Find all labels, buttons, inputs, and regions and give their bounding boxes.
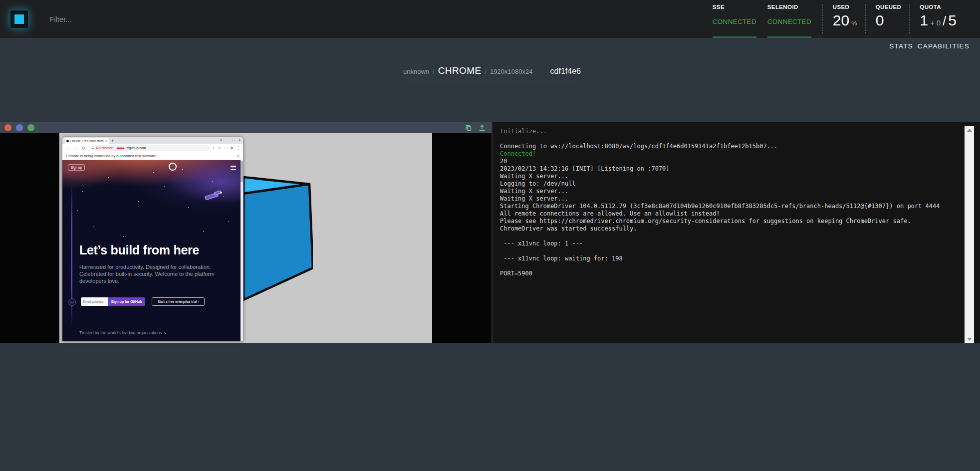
queued-status: QUEUED 0 [866,0,910,38]
quota-pending: 0 [937,18,941,27]
github-footer-text: Trusted by the world’s leading organizat… [79,330,167,335]
used-value: 20 [833,12,849,29]
scroll-down-icon[interactable] [967,338,972,341]
vnc-screen[interactable]: GitHub: Let's build from he × + ∨ − □ × … [59,133,432,343]
queued-label: QUEUED [876,4,902,10]
browser-toolbar: ← → ↻ ▲ Not secure | https ://github.com… [62,144,243,152]
selenoid-value: CONNECTED [767,18,811,25]
used-status: USED 20 % [823,0,865,38]
browser-tab[interactable]: GitHub: Let's build from he × [65,138,109,144]
log-line: Initialize... [500,128,963,135]
quota-total: 5 [948,12,957,29]
session-resolution: 1920x1080x24 [490,68,532,75]
log-line: 20 [500,158,963,165]
not-secure-label: Not secure [96,146,113,150]
url-text: ://github.com [126,146,146,150]
page-scrollbar[interactable] [241,160,243,341]
session-manufacturer: unknown [403,68,429,75]
log-scrollbar[interactable] [965,126,974,343]
log-line: PORT=5900 [500,270,963,277]
automation-infobar: Chrome is being controlled by automated … [62,152,243,160]
nav-stats-link[interactable]: STATS [889,42,913,50]
quota-status: QUOTA 1 + 0 / 5 [910,0,965,38]
reload-icon[interactable]: ↻ [81,146,85,151]
upload-icon[interactable] [479,124,486,131]
github-signup-button[interactable]: Sign up for GitHub [108,297,145,306]
sse-value: CONNECTED [713,18,756,25]
sse-status: SSE CONNECTED [713,0,756,38]
browser-menu-icon[interactable]: ⋮ [237,146,241,150]
used-label: USED [833,4,857,10]
window-dots [4,124,34,131]
address-bar[interactable]: ▲ Not secure | https ://github.com [89,145,211,151]
log-line: 2023/02/13 14:32:16 [INIT] [Listening on… [500,165,963,173]
enterprise-trial-button[interactable]: Start a free enterprise trial › [152,297,205,306]
app-header: SSE CONNECTED SELENOID CONNECTED USED 20… [0,0,980,38]
security-warning-icon: ▲ [92,147,95,150]
address-divider: | [114,146,115,150]
github-logo-icon[interactable] [169,163,177,171]
email-field[interactable]: Email address [81,297,108,306]
filter-input[interactable] [48,14,210,24]
vnc-panel: GitHub: Let's build from he × + ∨ − □ × … [0,122,491,343]
window-menu-icon[interactable]: ∨ [220,138,222,142]
session-log[interactable]: Initialize...Connecting to ws://localhos… [500,128,963,341]
reader-mode-icon[interactable]: □ [225,146,227,150]
log-line: Waiting X server... [500,173,963,180]
profile-icon[interactable]: ● [231,146,233,150]
github-cta-row: Email address Sign up for GitHub Start a… [81,297,205,306]
copy-icon[interactable] [465,124,472,131]
selenoid-status: SELENOID CONNECTED [767,0,811,38]
tab-title: GitHub: Let's build from he [70,139,104,143]
session-separator: / [485,68,487,75]
nav-capabilities-link[interactable]: CAPABILITIES [918,42,970,50]
quota-label: QUOTA [920,4,957,10]
vnc-toolbar [0,122,491,133]
log-line: Logging to: /dev/null [500,180,963,188]
bookmark-star-icon[interactable]: ☆ [218,146,221,150]
github-hero-title: Let’s build from here [79,243,199,257]
sse-connected-indicator [713,36,756,38]
forward-icon[interactable]: → [74,146,78,151]
log-line: ChromeDriver was started successfully. [500,225,963,233]
quota-current: 1 [920,12,928,29]
quota-slash: / [943,13,946,29]
scroll-up-icon[interactable] [967,129,972,132]
session-detail-panels: GitHub: Let's build from he × + ∨ − □ × … [0,122,980,343]
browser-tab-strip: GitHub: Let's build from he × + ∨ − □ × [62,137,243,144]
log-line: Please see https://chromedriver.chromium… [500,218,963,225]
quota-plus: + [930,18,935,27]
log-line [500,262,963,270]
queued-value: 0 [876,12,884,29]
url-scheme: https [117,146,124,150]
red-dot-icon [4,124,11,131]
selenoid-label: SELENOID [767,4,811,10]
log-line: --- x11vnc loop: waiting for: 198 [500,255,963,262]
remote-browser-window[interactable]: GitHub: Let's build from he × + ∨ − □ × … [62,137,243,341]
hamburger-menu-icon[interactable] [231,166,236,170]
page-scrollbar-thumb[interactable] [241,161,243,182]
new-tab-button[interactable]: + [111,139,114,143]
session-browser-name: CHROME [438,65,482,76]
log-line: Waiting X server... [500,195,963,203]
log-line: Starting ChromeDriver 104.0.5112.79 (3cf… [500,203,963,210]
window-minimize-icon[interactable]: − [227,138,229,142]
blue-dot-icon [16,124,23,131]
tab-close-icon[interactable]: × [105,139,107,143]
log-line [500,135,963,143]
github-page: Sign up Let’s build from here Harnessed … [62,160,243,341]
session-row[interactable]: unknown / CHROME / 1920x1080x24 cdf1f4e6 [403,65,581,81]
log-line: Waiting X server... [500,188,963,195]
infobar-close-icon[interactable]: × [237,154,240,158]
window-close-icon[interactable]: × [239,138,241,142]
back-icon[interactable]: ← [66,146,71,151]
blue-cube-graphic [244,176,313,301]
automation-infobar-text: Chrome is being controlled by automated … [66,154,237,158]
app-logo-icon[interactable] [10,10,28,28]
code-icon: <> [68,298,76,306]
log-line: Connecting to ws://localhost:8080/ws/log… [500,143,963,150]
share-icon[interactable]: ↑ [212,146,214,150]
window-maximize-icon[interactable]: □ [233,138,235,142]
starfield [62,160,63,161]
github-nav-signup-button[interactable]: Sign up [68,164,85,171]
